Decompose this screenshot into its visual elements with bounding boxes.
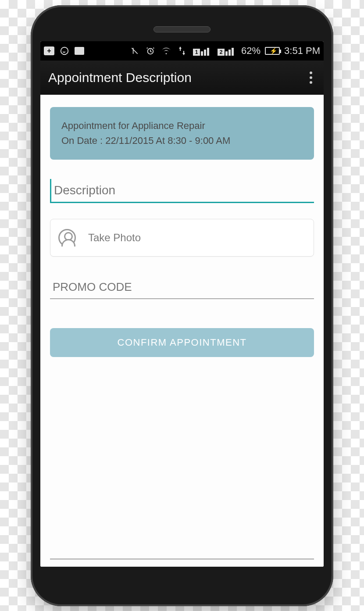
whatsapp-icon <box>59 45 70 57</box>
content-area: Appointment for Appliance Repair On Date… <box>40 95 324 567</box>
appointment-info-card: Appointment for Appliance Repair On Date… <box>50 107 314 160</box>
alarm-icon <box>145 45 156 57</box>
battery-percentage: 62% <box>241 45 261 57</box>
svg-point-0 <box>61 47 68 54</box>
sim1-badge: 1 <box>193 49 200 56</box>
notification-plus-icon: + <box>44 46 54 55</box>
overflow-menu-button[interactable] <box>306 68 316 87</box>
take-photo-button[interactable]: Take Photo <box>50 219 314 257</box>
screen: + 1 <box>40 41 324 567</box>
vibrate-icon <box>129 45 140 57</box>
appointment-datetime-line: On Date : 22/11/2015 At 8:30 - 9:00 AM <box>61 133 303 148</box>
take-photo-label: Take Photo <box>88 232 141 244</box>
description-input[interactable] <box>50 179 314 203</box>
promo-code-input[interactable] <box>50 276 314 299</box>
sim2-badge: 2 <box>218 49 225 56</box>
bottom-divider <box>50 558 314 560</box>
sim1-signal-icon: 1 <box>192 46 212 56</box>
battery-icon: ⚡ <box>265 47 280 55</box>
sim2-signal-icon: 2 <box>217 46 237 56</box>
app-bar: Appointment Description <box>40 61 324 95</box>
clock-text: 3:51 PM <box>284 45 320 57</box>
data-sync-icon <box>176 45 188 57</box>
image-notification-icon <box>75 47 84 55</box>
phone-frame: + 1 <box>31 5 333 606</box>
status-left: + <box>44 45 84 57</box>
phone-speaker <box>153 26 211 32</box>
status-bar: + 1 <box>40 41 324 61</box>
confirm-appointment-button[interactable]: CONFIRM APPOINTMENT <box>50 328 314 357</box>
wifi-icon <box>161 45 172 57</box>
page-title: Appointment Description <box>48 70 192 85</box>
status-right: 1 2 62% ⚡ 3:51 PM <box>129 45 320 57</box>
appointment-service-line: Appointment for Appliance Repair <box>61 118 303 133</box>
camera-avatar-icon <box>58 229 76 247</box>
